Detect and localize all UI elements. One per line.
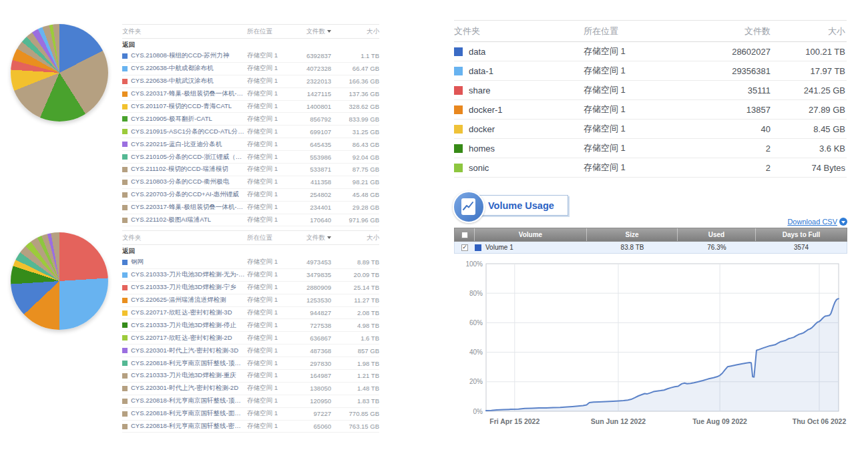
select-all-checkbox[interactable] (461, 232, 468, 238)
column-used[interactable]: Used (678, 228, 756, 241)
folder-row[interactable]: CYS.220818-利元亨南京国轩整线-密封钉 存储空间 1 65060 76… (122, 421, 379, 433)
folder-row[interactable]: CYS.220317-蜂巢-极组装切叠一体机-点检 存储空间 1 234401 … (122, 202, 379, 214)
column-filecount[interactable]: 文件数 (291, 27, 331, 36)
shared-folder-row[interactable]: data-1 存储空间 1 29356381 17.97 TB (454, 61, 847, 81)
folder-row[interactable]: CYS.220317-蜂巢-极组装切叠一体机-缺陷检测 存储空间 1 14271… (122, 88, 379, 101)
column-volume[interactable]: Volume (475, 228, 587, 241)
folder-name: data (469, 47, 584, 57)
column-location[interactable]: 所在位置 (247, 27, 291, 36)
column-days-to-full[interactable]: Days to Full (756, 228, 847, 241)
folder-filecount: 2 (694, 163, 771, 173)
folder-size: 8.45 GB (771, 124, 847, 134)
folder-color-swatch (122, 424, 128, 429)
back-link[interactable]: 返回 (122, 39, 379, 50)
shared-folder-row[interactable]: data 存储空间 1 28602027 100.21 TB (454, 42, 847, 61)
folder-location: 存储空间 1 (247, 422, 291, 431)
column-folder[interactable]: 文件夹 (122, 234, 247, 242)
folder-row[interactable]: CYS.210333-刀片电池3D焊检测-宁乡 存储空间 1 2880909 2… (122, 282, 379, 294)
folder-size: 857 GB (331, 347, 379, 355)
column-volume-size[interactable]: Size (587, 228, 678, 241)
shared-folder-row[interactable]: docker-1 存储空间 1 13857 27.89 GB (454, 100, 847, 120)
chart-document-icon (461, 198, 475, 215)
column-size[interactable]: 大小 (331, 27, 379, 36)
folder-row[interactable]: CYS.220818-利元亨南京国轩整线-顶盖焊-2D 存储空间 1 12095… (122, 395, 379, 408)
folder-table-bottom: 文件夹 所在位置 文件数 大小 返回 钢网 存储空间 1 4973453 8.8… (122, 230, 379, 433)
folder-row[interactable]: CYS.201107-模切的CCD-青海CATL 存储空间 1 1400801 … (122, 101, 379, 113)
folder-filecount: 727538 (291, 322, 331, 329)
folder-row[interactable]: CYS.210808-模组的CCD-苏州力神 存储空间 1 6392837 1.… (122, 50, 379, 63)
folder-filecount: 699107 (291, 128, 331, 136)
folder-row[interactable]: CYS.220301-时代上汽-密封钉检测-3D 存储空间 1 487368 8… (122, 345, 379, 357)
folder-row[interactable]: CYS.220717-欣旺达-密封钉检测-2D 存储空间 1 636867 1.… (122, 332, 379, 345)
folder-size: 87.75 GB (331, 166, 379, 173)
folder-size: 1.48 TB (331, 385, 379, 392)
column-filecount[interactable]: 文件数 (291, 234, 331, 242)
storage-analyzer-screen: 文件夹 所在位置 文件数 大小 返回 CYS.210808-模组的CCD-苏州力… (0, 0, 868, 458)
column-size[interactable]: 大小 (331, 234, 379, 242)
volume-checkbox[interactable]: ✓ (461, 244, 468, 251)
volume-row[interactable]: ✓ Volume 1 83.8 TB 76.3% 3574 (454, 242, 847, 254)
folder-size: 8.89 TB (331, 258, 379, 266)
shared-folder-row[interactable]: share 存储空间 1 35111 241.25 GB (454, 81, 847, 100)
folder-row[interactable]: CYS.210905-极耳翻折-CATL 存储空间 1 856792 833.9… (122, 113, 379, 126)
column-filecount-label: 文件数 (306, 27, 326, 36)
folder-location: 存储空间 1 (247, 89, 291, 98)
folder-row[interactable]: CYS.210105-分条的CCD-浙江锂威（兰溪） 存储空间 1 553986… (122, 151, 379, 164)
column-location[interactable]: 所在位置 (584, 25, 694, 37)
column-folder[interactable]: 文件夹 (454, 25, 584, 37)
folder-row[interactable]: CYS.220638-中航成都涂布机 存储空间 1 4072328 66.47 … (122, 63, 379, 75)
folder-name: sonic (469, 163, 584, 173)
folder-row[interactable]: CYS.220818-利元亨南京国轩整线-面板激光焊接-... 存储空间 1 9… (122, 408, 379, 421)
folder-size: 66.47 GB (331, 65, 379, 72)
svg-text:80%: 80% (469, 290, 483, 297)
shared-folder-row[interactable]: homes 存储空间 1 2 3.6 KB (454, 139, 847, 158)
folder-color-swatch (122, 335, 128, 340)
folder-location: 存储空间 1 (584, 162, 694, 174)
download-csv-link[interactable]: Download CSV (787, 218, 847, 226)
folder-location: 存储空间 1 (584, 65, 694, 77)
folder-color-swatch (122, 310, 128, 316)
column-location[interactable]: 所在位置 (247, 234, 291, 242)
column-filecount[interactable]: 文件数 (694, 25, 771, 37)
column-folder[interactable]: 文件夹 (122, 27, 247, 36)
folder-size: 328.62 GB (331, 103, 379, 110)
folder-row[interactable]: CYS.210333-刀片电池3D焊检测-无为-2期 存储空间 1 347983… (122, 269, 379, 282)
folder-filecount: 2880909 (291, 284, 331, 291)
folder-filecount: 645435 (291, 141, 331, 148)
folder-location: 存储空间 1 (247, 347, 291, 355)
folder-color-swatch (122, 154, 128, 160)
folder-row[interactable]: CYS.221102-极图AI瑞浦ATL 存储空间 1 170640 971.9… (122, 214, 379, 227)
folder-name: CYS.220625-温州瑞浦流道焊检测 (131, 296, 247, 304)
shared-folder-row[interactable]: docker 存储空间 1 40 8.45 GB (454, 120, 847, 139)
folder-row[interactable]: CYS.220717-欣旺达-密封钉检测-3D 存储空间 1 944827 2.… (122, 307, 379, 320)
column-size[interactable]: 大小 (771, 25, 847, 37)
download-csv-label: Download CSV (787, 218, 837, 226)
shared-folder-row[interactable]: sonic 存储空间 1 2 74 Bytes (454, 158, 847, 178)
folder-row[interactable]: CYS.220625-温州瑞浦流道焊检测 存储空间 1 1253530 11.2… (122, 294, 379, 307)
folder-row[interactable]: CYS.211102-模切的CCD-瑞浦模切 存储空间 1 533871 87.… (122, 164, 379, 176)
folder-row[interactable]: 钢网 存储空间 1 4973453 8.89 TB (122, 256, 379, 269)
folder-location: 存储空间 1 (247, 397, 291, 405)
folder-color-swatch (122, 104, 128, 109)
folder-row[interactable]: CYS.210333-刀片电池3D焊检测-重庆 存储空间 1 164987 1.… (122, 370, 379, 383)
folder-size: 92.04 GB (331, 154, 379, 161)
folder-size: 137.36 GB (331, 90, 379, 97)
folder-filecount: 138050 (291, 385, 331, 392)
folder-row[interactable]: CYS.220301-时代上汽-密封钉检测-2D 存储空间 1 138050 1… (122, 383, 379, 395)
volume-used: 76.3% (678, 244, 756, 251)
folder-row[interactable]: CYS.210333-刀片电池3D焊检测-停止 存储空间 1 727538 4.… (122, 319, 379, 332)
folder-row[interactable]: CYS.220818-利元亨南京国轩整线-顶盖焊-3D 存储空间 1 29783… (122, 357, 379, 370)
folder-filecount: 2322013 (291, 77, 331, 85)
svg-text:20%: 20% (469, 378, 483, 385)
folder-row[interactable]: CYS.210915-ASC1分条的CCD-ATL分条机 存储空间 1 6991… (122, 126, 379, 138)
folder-location: 存储空间 1 (247, 203, 291, 212)
folder-row[interactable]: CYS.220703-分条的CCD+AI-惠州锂威 存储空间 1 254802 … (122, 189, 379, 202)
folder-filecount: 13857 (694, 105, 771, 115)
folder-row[interactable]: CYS.220638-中航武汉涂布机 存储空间 1 2322013 166.36… (122, 75, 379, 88)
folder-color-swatch (454, 164, 463, 172)
folder-name: CYS.220818-利元亨南京国轩整线-面板激光焊接-... (131, 409, 247, 418)
back-link[interactable]: 返回 (122, 245, 379, 256)
folder-location: 存储空间 1 (247, 296, 291, 304)
folder-row[interactable]: CYS.210803-分条的CCD-衢州极电 存储空间 1 411358 98.… (122, 176, 379, 189)
folder-row[interactable]: CYS.220215-蓝白-比亚迪分条机 存储空间 1 645435 86.43… (122, 138, 379, 151)
